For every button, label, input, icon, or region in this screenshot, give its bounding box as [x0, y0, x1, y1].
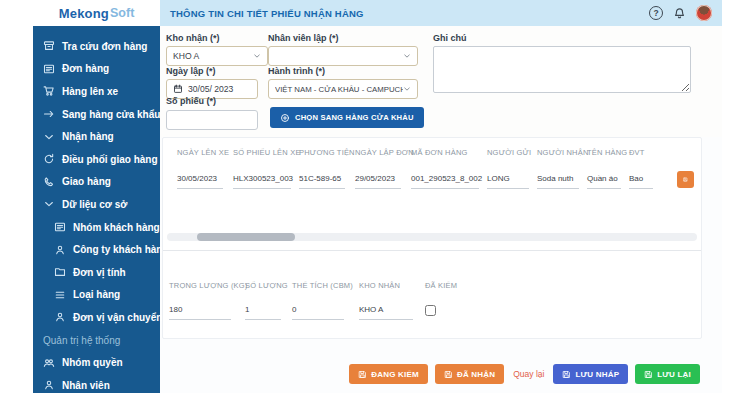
section-divider — [163, 250, 701, 251]
sidebar-item-don-vi-van-chuyen[interactable]: Đơn vị vận chuyển — [54, 306, 160, 329]
so-phieu-input[interactable] — [166, 110, 258, 130]
sidebar-item-label: Tra cứu đơn hàng — [62, 41, 147, 52]
logo-text-primary: Mekong — [59, 6, 109, 21]
cell-ten-hang[interactable]: Quần áo — [587, 171, 621, 189]
cell-the-tich[interactable]: 0 — [292, 302, 344, 320]
column-header: SỐ PHIẾU LÊN XE — [233, 148, 299, 157]
app-logo: Mekong Soft — [33, 0, 160, 26]
bell-icon[interactable] — [673, 7, 686, 20]
kho-nhan-label: Kho nhận (*) — [166, 33, 268, 43]
column-header: ĐÃ KIỂM — [425, 281, 465, 290]
chevron-down-icon — [43, 131, 55, 143]
receipt-form: Kho nhận (*) KHO A Nhân viên lập (*) Ghi… — [160, 26, 722, 137]
sidebar-item-nhom-quyen[interactable]: Nhóm quyền — [43, 351, 160, 374]
kho-nhan-select[interactable]: KHO A — [166, 46, 268, 66]
cell-trong-luong[interactable]: 180 — [169, 302, 231, 320]
shipment-table-row: 30/05/2023 HLX300523_003 51C-589-65 29/0… — [177, 171, 671, 189]
sidebar-item-hang-len-xe[interactable]: Hàng lên xe — [43, 80, 160, 103]
sidebar-item-cong-ty-khach-hang[interactable]: Công ty khách hàng — [54, 238, 160, 261]
sidebar-item-dieu-phoi-giao-hang[interactable]: Điều phối giao hàng — [43, 148, 160, 171]
scrollbar-thumb[interactable] — [197, 233, 295, 241]
quantity-table-row: 180 1 0 KHO A — [169, 302, 671, 320]
sidebar-item-giao-hang[interactable]: Giao hàng — [43, 171, 160, 194]
dang-kiem-button[interactable]: ĐANG KIỂM — [349, 364, 428, 384]
card-icon — [54, 221, 66, 233]
sidebar-item-label: Đơn vị vận chuyển — [73, 312, 162, 323]
da-nhan-label: ĐÃ NHẬN — [457, 370, 495, 379]
cell-ngay-lap-don[interactable]: 29/05/2023 — [355, 171, 401, 189]
save-icon — [358, 370, 367, 379]
sidebar-item-loai-hang[interactable]: Loại hàng — [54, 284, 160, 307]
ngay-lap-value: 30/05/ 2023 — [188, 84, 233, 94]
column-header: NGÀY LẬP ĐƠN — [355, 148, 411, 157]
cell-phuong-tien[interactable]: 51C-589-65 — [299, 171, 345, 189]
dang-kiem-label: ĐANG KIỂM — [371, 370, 419, 379]
calendar-icon — [173, 84, 183, 94]
sidebar-item-label: Sang hàng cửa khẩu — [62, 109, 160, 120]
main-area: THÔNG TIN CHI TIẾT PHIẾU NHẬN HÀNG Kho n… — [160, 0, 722, 393]
column-header: TÊN HÀNG — [587, 148, 629, 157]
cell-ngay-len-xe[interactable]: 30/05/2023 — [177, 171, 223, 189]
person-icon — [43, 379, 55, 391]
person-icon — [54, 311, 66, 323]
sidebar: Mekong Soft Tra cứu đơn hàng Đơn hàng Hà… — [33, 0, 160, 393]
arrow-right-icon — [43, 108, 55, 120]
hanh-trinh-value: VIỆT NAM - CỬA KHẨU - CAMPUCHIA — [275, 85, 403, 94]
page-title: THÔNG TIN CHI TIẾT PHIẾU NHẬN HÀNG — [170, 8, 649, 19]
cell-nguoi-nhan[interactable]: Soda nuth — [537, 171, 579, 189]
hanh-trinh-label: Hành trình (*) — [268, 66, 418, 76]
sidebar-item-label: Loại hàng — [73, 289, 120, 300]
app-window: Mekong Soft Tra cứu đơn hàng Đơn hàng Hà… — [33, 0, 722, 393]
column-header: KHO NHẬN — [359, 281, 425, 290]
sidebar-item-label: Nhận hàng — [62, 131, 114, 142]
people-icon — [43, 357, 55, 369]
column-header: TRỌNG LƯỢNG (KG) — [169, 281, 245, 290]
column-header: THỂ TÍCH (CBM) — [292, 281, 359, 290]
user-avatar[interactable] — [696, 5, 712, 21]
sidebar-item-don-vi-tinh[interactable]: Đơn vị tính — [54, 261, 160, 284]
ngay-lap-label: Ngày lập (*) — [166, 66, 258, 76]
ghi-chu-label: Ghi chú — [433, 33, 691, 43]
luu-nhap-label: LƯU NHÁP — [575, 370, 619, 379]
shipment-table-header: NGÀY LÊN XE SỐ PHIẾU LÊN XE PHƯƠNG TIỆN … — [177, 148, 671, 157]
logo-text-secondary: Soft — [110, 6, 134, 20]
sidebar-item-tra-cuu-don-hang[interactable]: Tra cứu đơn hàng — [43, 35, 160, 58]
cell-so-luong[interactable]: 1 — [245, 302, 281, 320]
sidebar-item-du-lieu-co-so[interactable]: Dữ liệu cơ sở — [43, 193, 160, 216]
sidebar-item-nhan-hang[interactable]: Nhận hàng — [43, 125, 160, 148]
sidebar-item-nhom-khach-hang[interactable]: Nhóm khách hàng — [54, 216, 160, 239]
cart-icon — [43, 85, 55, 97]
horizontal-scrollbar[interactable] — [167, 233, 697, 241]
quay-lai-link[interactable]: Quay lại — [511, 369, 546, 379]
chevron-down-icon — [43, 198, 55, 210]
chon-sang-hang-label: CHỌN SANG HÀNG CỬA KHẨU — [295, 113, 414, 122]
luu-lai-button[interactable]: LƯU LẠI — [635, 364, 700, 384]
ghi-chu-textarea[interactable] — [433, 46, 691, 93]
sidebar-item-label: Đơn hàng — [62, 63, 109, 74]
cell-kho-nhan[interactable]: KHO A — [359, 302, 413, 320]
hanh-trinh-select[interactable]: VIỆT NAM - CỬA KHẨU - CAMPUCHIA — [268, 79, 418, 99]
luu-nhap-button[interactable]: LƯU NHÁP — [553, 364, 628, 384]
save-icon — [444, 370, 453, 379]
sidebar-item-don-hang[interactable]: Đơn hàng — [43, 58, 160, 81]
cell-so-phieu-len-xe[interactable]: HLX300523_003 — [233, 171, 291, 189]
chevron-down-icon — [403, 85, 411, 93]
da-kiem-checkbox[interactable] — [425, 305, 436, 316]
sidebar-item-nhan-vien[interactable]: Nhân viên — [43, 374, 160, 397]
column-header: MÃ ĐƠN HÀNG — [411, 148, 487, 157]
da-nhan-button[interactable]: ĐÃ NHẬN — [435, 364, 504, 384]
sidebar-item-label: Công ty khách hàng — [73, 244, 169, 255]
nhan-vien-lap-select[interactable] — [268, 46, 418, 66]
cell-dvt[interactable]: Bao — [629, 171, 653, 189]
cell-nguoi-gui[interactable]: LONG — [487, 171, 529, 189]
row-save-button[interactable] — [677, 171, 694, 188]
chon-sang-hang-button[interactable]: CHỌN SANG HÀNG CỬA KHẨU — [270, 107, 424, 128]
chevron-down-icon — [253, 52, 261, 60]
cell-ma-don-hang[interactable]: 001_290523_8_002 — [411, 171, 479, 189]
archive-icon — [43, 40, 55, 52]
help-icon[interactable] — [649, 6, 663, 20]
detail-table-card: NGÀY LÊN XE SỐ PHIẾU LÊN XE PHƯƠNG TIỆN … — [162, 137, 702, 339]
list-icon — [54, 289, 66, 301]
sidebar-item-sang-hang-cua-khau[interactable]: Sang hàng cửa khẩu — [43, 103, 160, 126]
nhan-vien-lap-label: Nhân viên lập (*) — [268, 33, 418, 43]
